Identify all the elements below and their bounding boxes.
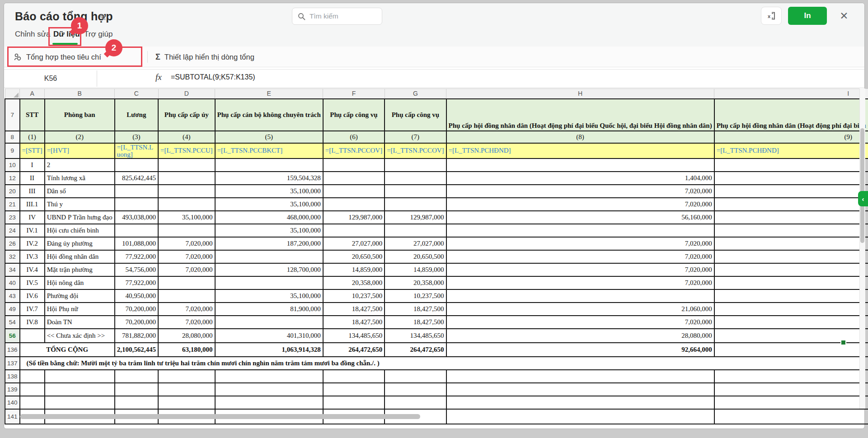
grid-cell-E34[interactable]: 128,700,000 (215, 263, 323, 276)
grid-cell-B7[interactable]: Phòng ban (45, 99, 115, 131)
grid-cell-A138[interactable] (20, 370, 45, 383)
row-header-12[interactable]: 12 (5, 172, 20, 185)
grid-cell-H49[interactable]: 21,060,000 (446, 303, 714, 316)
grid-cell-C138[interactable] (115, 370, 158, 383)
grid-cell-C34[interactable]: 54,756,000 (115, 263, 158, 276)
vertical-scrollbar-thumb[interactable] (860, 128, 864, 243)
grid-cell-H56[interactable]: 28,080,000 (446, 329, 714, 343)
grid-cell-E10[interactable] (215, 158, 323, 172)
grid-cell-C32[interactable]: 77,922,000 (115, 250, 158, 263)
grid-cell-F139[interactable] (323, 383, 385, 396)
grid-cell-H138[interactable] (446, 370, 714, 383)
grid-cell-F12[interactable] (323, 172, 385, 185)
grid-cell-G139[interactable] (385, 383, 446, 396)
grid-cell-E54[interactable] (215, 316, 323, 329)
grid-cell-H32[interactable]: 7,020,000 (446, 250, 714, 263)
export-excel-button[interactable]: x (761, 7, 782, 25)
grid-cell-G56[interactable]: 134,485,650 (385, 329, 446, 343)
grid-cell-H20[interactable]: 7,020,000 (446, 185, 714, 198)
grid-cell-F26[interactable]: 27,027,000 (323, 237, 385, 250)
grid-cell-C49[interactable]: 70,200,000 (115, 303, 158, 316)
grid-cell-A24[interactable]: IV.1 (20, 224, 45, 237)
grid-cell-F40[interactable]: 20,358,000 (323, 276, 385, 289)
grid-cell-D9[interactable]: =[L_TTSN.PCCU] (158, 143, 215, 158)
row-header-7[interactable]: 7 (5, 99, 20, 131)
grid-cell-H26[interactable]: 7,020,000 (446, 237, 714, 250)
column-header-D[interactable]: D (158, 89, 215, 99)
grid-cell-A21[interactable]: III.1 (20, 198, 45, 211)
grid-cell-D24[interactable] (158, 224, 215, 237)
grid-cell-total-label[interactable]: TỔNG CỘNG (20, 343, 115, 357)
grid-cell-B21[interactable]: Thú y (45, 198, 115, 211)
grid-cell-A32[interactable]: IV.3 (20, 250, 45, 263)
grid-cell-A140[interactable] (20, 396, 45, 409)
grid-cell-I12[interactable]: 1,404,000 (714, 172, 868, 185)
grid-cell-D12[interactable] (158, 172, 215, 185)
grid-cell-B56[interactable]: << Chưa xác định >> (45, 329, 115, 343)
grid-cell-A12[interactable]: II (20, 172, 45, 185)
grid-cell-I141[interactable] (714, 409, 868, 424)
grid-cell-C23[interactable]: 493,038,000 (115, 211, 158, 224)
row-header-140[interactable]: 140 (5, 396, 20, 409)
grid-cell-A8[interactable]: (1) (20, 131, 45, 143)
grid-cell-G20[interactable] (385, 185, 446, 198)
grid-cell-G21[interactable] (385, 198, 446, 211)
grid-cell-I24[interactable] (714, 224, 868, 237)
column-header-A[interactable]: A (20, 89, 45, 99)
grid-cell-C139[interactable] (115, 383, 158, 396)
grid-cell-B138[interactable] (45, 370, 115, 383)
grid-cell-C136[interactable]: 2,100,562,445 (115, 343, 158, 357)
row-header-24[interactable]: 24 (5, 224, 20, 237)
grid-cell-G9[interactable]: =[L_TTSN.PCCOV] (385, 143, 446, 158)
grid-cell-C26[interactable]: 101,088,000 (115, 237, 158, 250)
grid-cell-D21[interactable] (158, 198, 215, 211)
grid-cell-E136[interactable]: 1,063,914,328 (215, 343, 323, 357)
grid-cell-H43[interactable] (446, 289, 714, 303)
close-icon[interactable]: ✕ (836, 8, 852, 24)
grid-cell-F7[interactable]: Phụ cấp công vụ (323, 99, 385, 131)
grid-cell-C8[interactable]: (3) (115, 131, 158, 143)
row-header-32[interactable]: 32 (5, 250, 20, 263)
grid-cell-E40[interactable] (215, 276, 323, 289)
row-header-40[interactable]: 40 (5, 276, 20, 289)
column-header-G[interactable]: G (385, 89, 446, 99)
grid-cell-F136[interactable]: 264,472,650 (323, 343, 385, 357)
grid-cell-F10[interactable] (323, 158, 385, 172)
grid-cell-D138[interactable] (158, 370, 215, 383)
grid-cell-E12[interactable]: 159,504,328 (215, 172, 323, 185)
grid-cell-G23[interactable]: 129,987,000 (385, 211, 446, 224)
grid-cell-C12[interactable]: 825,642,445 (115, 172, 158, 185)
grid-cell-I26[interactable]: 7,020,000 (714, 237, 868, 250)
side-panel-toggle[interactable]: ‹ (858, 191, 868, 206)
grid-cell-C21[interactable] (115, 198, 158, 211)
grid-cell-G7[interactable]: Phụ cấp công vụ (385, 99, 446, 131)
grid-cell-G10[interactable] (385, 158, 446, 172)
grid-cell-E24[interactable]: 35,100,000 (215, 224, 323, 237)
grid-cell-D8[interactable]: (4) (158, 131, 215, 143)
grid-cell-F24[interactable] (323, 224, 385, 237)
grid-cell-A7[interactable]: STT (20, 99, 45, 131)
grid-cell-A9[interactable]: =[STT] (20, 143, 45, 158)
grid-cell-H21[interactable]: 7,020,000 (446, 198, 714, 211)
grid-cell-G40[interactable]: 20,358,000 (385, 276, 446, 289)
grid-cell-H10[interactable] (446, 158, 714, 172)
edit-title-icon[interactable]: ✎ (99, 12, 107, 23)
grid-cell-A49[interactable]: IV.7 (20, 303, 45, 316)
grid-cell-A54[interactable]: IV.8 (20, 316, 45, 329)
grid-cell-E20[interactable]: 35,100,000 (215, 185, 323, 198)
grid-cell-I9[interactable]: =[L_TTSN.PCHĐND] (714, 143, 868, 158)
grid-cell-D26[interactable]: 7,020,000 (158, 237, 215, 250)
grid-cell-C54[interactable]: 70,200,000 (115, 316, 158, 329)
grid-cell-A26[interactable]: IV.2 (20, 237, 45, 250)
row-header-8[interactable]: 8 (5, 131, 20, 143)
grid-cell-A10[interactable]: I (20, 158, 45, 172)
grid-cell-B20[interactable]: Dân số (45, 185, 115, 198)
grid-cell-F43[interactable]: 10,237,500 (323, 289, 385, 303)
grid-cell-A20[interactable]: III (20, 185, 45, 198)
grid-cell-F9[interactable]: =[L_TTSN.PCCOV] (323, 143, 385, 158)
grid-cell-H140[interactable] (446, 396, 714, 409)
grid-cell-B23[interactable]: UBND P Trần hưng đạo (45, 211, 115, 224)
grid-cell-E43[interactable]: 35,100,000 (215, 289, 323, 303)
grid-cell-F34[interactable]: 14,859,000 (323, 263, 385, 276)
grid-cell-C9[interactable]: =[L_TTSN.Luong] (115, 143, 158, 158)
